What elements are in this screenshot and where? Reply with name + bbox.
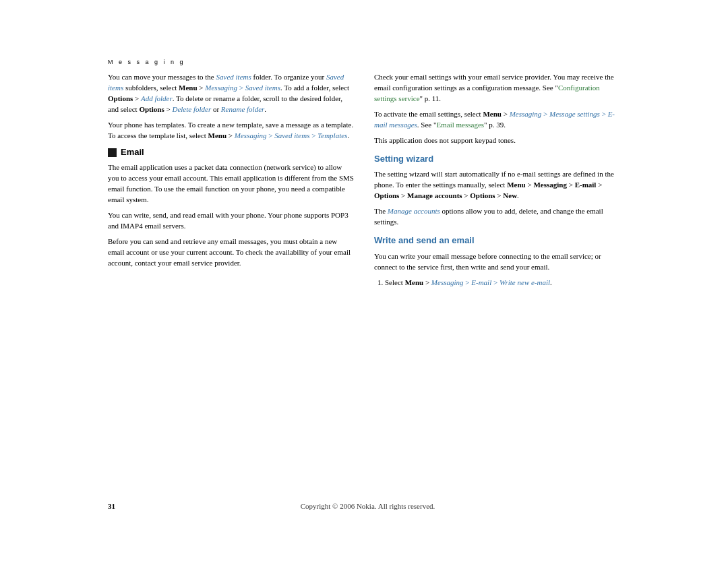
manage-accounts-link[interactable]: Manage accounts (388, 207, 440, 215)
messaging-saved-link[interactable]: Messaging > Saved items (205, 84, 280, 92)
right-para1: Check your email settings with your emai… (374, 72, 620, 104)
page: M e s s a g i n g You can move your mess… (101, 45, 627, 517)
page-footer: 31 Copyright © 2006 Nokia. All rights re… (101, 502, 627, 510)
setting-wizard-para2: The Manage accounts options allow you to… (374, 206, 620, 228)
section-header: M e s s a g i n g (108, 59, 620, 65)
setting-wizard-para1: The setting wizard will start automatica… (374, 169, 620, 201)
templates-link[interactable]: Messaging > Saved items > Templates (235, 131, 348, 139)
write-new-email-link[interactable]: Messaging > E-mail > Write new e-mail (431, 278, 550, 286)
page-number: 31 (108, 502, 115, 510)
right-column: Check your email settings with your emai… (374, 72, 620, 293)
right-para2: To activate the email settings, select M… (374, 109, 620, 131)
right-para3: This application does not support keypad… (374, 135, 620, 146)
write-send-step1: Select Menu > Messaging > E-mail > Write… (385, 278, 620, 288)
delete-folder-link[interactable]: Delete folder (172, 105, 211, 113)
write-send-para1: You can write your email message before … (374, 251, 620, 273)
email-para3: Before you can send and retrieve any ema… (108, 237, 354, 269)
two-col-layout: You can move your messages to the Saved … (108, 72, 620, 293)
saved-items-link1[interactable]: Saved items (216, 73, 251, 81)
setting-wizard-title: Setting wizard (374, 153, 620, 166)
email-para1: The email application uses a packet data… (108, 162, 354, 206)
email-title-text: Email (121, 146, 144, 159)
write-send-steps: Select Menu > Messaging > E-mail > Write… (385, 278, 620, 288)
email-para2: You can write, send, and read email with… (108, 210, 354, 232)
email-messages-link[interactable]: Email messages (436, 121, 484, 129)
email-section-heading: Email (108, 146, 354, 159)
config-settings-link[interactable]: Configuration settings service (374, 84, 600, 102)
left-column: You can move your messages to the Saved … (108, 72, 354, 293)
left-para2: Your phone has templates. To create a ne… (108, 120, 354, 142)
email-icon-box (108, 148, 117, 157)
write-send-title: Write and send an email (374, 235, 620, 247)
rename-folder-link[interactable]: Rename folder (221, 105, 264, 113)
copyright-text: Copyright © 2006 Nokia. All rights reser… (301, 502, 435, 510)
add-folder-link[interactable]: Add folder (141, 94, 173, 102)
left-para1: You can move your messages to the Saved … (108, 72, 354, 115)
